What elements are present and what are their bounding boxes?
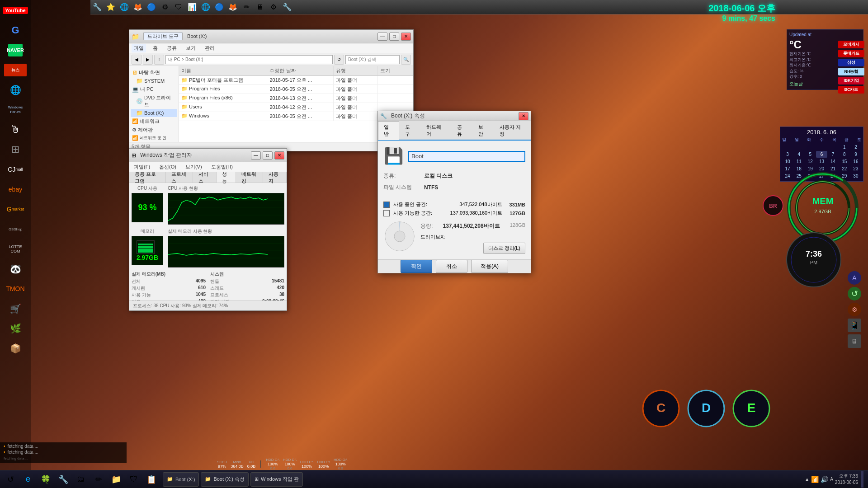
refresh-button[interactable]: ↺ bbox=[334, 55, 344, 65]
sidebar-desktop[interactable]: 🖥바탕 화면 bbox=[131, 68, 177, 77]
up-button[interactable]: ↑ bbox=[154, 55, 164, 65]
brand-nh[interactable]: NH농협 bbox=[838, 68, 864, 75]
toolbar-icon-7[interactable]: 🛡 bbox=[172, 1, 185, 14]
sidebar-system[interactable]: 📁SYSTEM bbox=[131, 77, 177, 85]
bp-apply-button[interactable]: 적용(A) bbox=[471, 260, 508, 273]
bp-tab-customize[interactable]: 사용자 지정 bbox=[494, 121, 531, 140]
sidebar-icon-10[interactable]: ebay bbox=[1, 180, 29, 199]
right-icon-1[interactable]: A bbox=[848, 271, 861, 285]
toolbar-icon-5[interactable]: 🔵 bbox=[145, 1, 158, 14]
toolbar-icon-9[interactable]: 🌐 bbox=[199, 1, 212, 14]
toolbar-icon-10[interactable]: 🔵 bbox=[213, 1, 226, 14]
toolbar-icon-15[interactable]: 🔧 bbox=[281, 1, 293, 14]
drive-tool-tab[interactable]: 드라이브 도구 bbox=[143, 32, 183, 40]
sidebar-icon-google[interactable]: G bbox=[1, 21, 29, 40]
toolbar-icon-2[interactable]: ⭐ bbox=[104, 1, 117, 14]
sidebar-icon-7[interactable]: 🖱 bbox=[1, 120, 29, 139]
sidebar-icon-18[interactable]: 📦 bbox=[1, 339, 29, 358]
menu-file[interactable]: 파일 bbox=[132, 44, 146, 52]
taskbar-ie[interactable]: e bbox=[20, 471, 36, 488]
tab-networking[interactable]: 네트워킹 bbox=[236, 172, 264, 183]
tm-menu-view[interactable]: 보기(V) bbox=[183, 163, 204, 171]
right-icon-3[interactable]: ⚙ bbox=[848, 303, 861, 316]
toolbar-icon-4[interactable]: 🦊 bbox=[132, 1, 144, 14]
bp-tab-share[interactable]: 공유 bbox=[451, 121, 472, 140]
toolbar-icon-13[interactable]: 🖥 bbox=[254, 1, 266, 14]
sidebar-icon-9[interactable]: CJmall bbox=[1, 160, 29, 179]
sidebar-network[interactable]: 📶네트워크 bbox=[131, 117, 177, 126]
brand-mobicash[interactable]: 모비캐시 bbox=[838, 41, 864, 48]
bp-ok-button[interactable]: 확인 bbox=[401, 260, 432, 273]
taskbar-app-boot-props[interactable]: 📁 Boot (X:) 속성 bbox=[201, 472, 248, 487]
taskbar-clover[interactable]: 🍀 bbox=[38, 471, 54, 488]
sidebar-boot[interactable]: 📁Boot (X:) bbox=[131, 109, 177, 117]
menu-share[interactable]: 공유 bbox=[165, 44, 179, 52]
bp-close-button[interactable]: ✕ bbox=[519, 112, 528, 120]
tray-sound[interactable]: 🔊 bbox=[821, 476, 828, 483]
bp-tab-tools[interactable]: 도구 bbox=[399, 121, 420, 140]
sidebar-dvd[interactable]: 💿DVD 드라이브 bbox=[131, 94, 177, 109]
taskbar-shield[interactable]: 🛡 bbox=[126, 471, 142, 488]
toolbar-icon-1[interactable]: 🔧 bbox=[91, 1, 104, 14]
sidebar-icon-news[interactable]: 뉴스 bbox=[1, 61, 29, 80]
sidebar-icon-13[interactable]: LOTTECOM bbox=[1, 239, 29, 258]
brand-ibk[interactable]: IBK기업 bbox=[838, 77, 864, 84]
brand-bccard[interactable]: BC카드 bbox=[838, 86, 864, 94]
sidebar-icon-15[interactable]: TMON bbox=[1, 279, 29, 298]
search-bar[interactable]: Boot (X:) 검색 bbox=[345, 55, 400, 64]
toolbar-icon-12[interactable]: ✏ bbox=[240, 1, 253, 14]
search-button[interactable]: 🔍 bbox=[401, 55, 411, 65]
tm-menu-file[interactable]: 파일(F) bbox=[132, 163, 152, 171]
tray-datetime[interactable]: 오후 7:36 2018-06-06 bbox=[835, 473, 858, 486]
taskbar-folder[interactable]: 📁 bbox=[108, 471, 124, 488]
table-row[interactable]: 📁 Program Files (x86) 2018-04-13 오전 ... … bbox=[179, 94, 413, 103]
sidebar-icon-11[interactable]: Gmarket bbox=[1, 200, 29, 219]
toolbar-icon-6[interactable]: ⚙ bbox=[159, 1, 171, 14]
sidebar-icon-5[interactable]: 🌐 bbox=[1, 80, 29, 99]
tab-apps[interactable]: 응용 프로그램 bbox=[129, 172, 166, 183]
forward-button[interactable]: ▶ bbox=[143, 55, 153, 65]
sidebar-icon-windows-forum[interactable]: Windows Forum bbox=[1, 100, 29, 119]
taskbar-recycle[interactable]: ↺ bbox=[2, 471, 19, 488]
taskbar-app-boot[interactable]: 📁 Boot (X:) bbox=[163, 472, 199, 487]
maximize-button[interactable]: □ bbox=[389, 33, 399, 41]
sidebar-icon-naver[interactable]: NAVER bbox=[1, 41, 29, 60]
right-icon-2[interactable]: ↺ bbox=[848, 287, 861, 300]
tab-performance[interactable]: 성능 bbox=[217, 172, 236, 183]
menu-home[interactable]: 홈 bbox=[151, 44, 160, 52]
tray-show-desktop[interactable] bbox=[861, 471, 863, 488]
tm-menu-help[interactable]: 도움말(H) bbox=[209, 163, 235, 171]
address-bar[interactable]: 내 PC > Boot (X:) bbox=[165, 55, 333, 64]
bp-cancel-button[interactable]: 취소 bbox=[436, 260, 467, 273]
bp-tab-security[interactable]: 보안 bbox=[472, 121, 494, 140]
tm-menu-options[interactable]: 옵션(O) bbox=[157, 163, 179, 171]
sidebar-icon-12[interactable]: GSShop bbox=[1, 220, 29, 239]
sidebar-icon-youtube[interactable]: YouTube bbox=[1, 1, 29, 20]
tab-services[interactable]: 서비스 bbox=[193, 172, 217, 183]
tm-maximize-button[interactable]: □ bbox=[263, 151, 273, 160]
taskbar-icon-5[interactable]: 🗂 bbox=[73, 471, 89, 488]
close-button[interactable]: ✕ bbox=[401, 33, 411, 41]
tray-arrow[interactable]: ▲ bbox=[805, 477, 809, 482]
taskbar-icon-9[interactable]: 📋 bbox=[143, 471, 160, 488]
right-icon-phone[interactable]: 📱 bbox=[848, 319, 861, 332]
tray-network[interactable]: 📶 bbox=[811, 476, 819, 483]
toolbar-icon-8[interactable]: 📊 bbox=[186, 1, 198, 14]
sidebar-netenv[interactable]: 📶네트워크 및 인... bbox=[131, 134, 177, 142]
toolbar-icon-3[interactable]: 🌐 bbox=[118, 1, 131, 14]
sidebar-icon-8[interactable]: ⊞ bbox=[1, 140, 29, 159]
right-icon-4[interactable]: 🖥 bbox=[848, 334, 861, 348]
sidebar-controlpanel[interactable]: ⚙제어판 bbox=[131, 126, 177, 134]
bp-tab-general[interactable]: 일반 bbox=[378, 121, 399, 140]
sidebar-icon-14[interactable]: 🐼 bbox=[1, 259, 29, 278]
disk-cleanup-button[interactable]: 디스크 정리(L) bbox=[483, 243, 526, 254]
tab-users[interactable]: 사용자 bbox=[263, 172, 287, 183]
table-row[interactable]: 📁 Program Files 2018-06-05 오전 ... 파일 폴더 bbox=[179, 85, 413, 94]
bp-tab-hardware[interactable]: 하드웨어 bbox=[420, 121, 451, 140]
sidebar-icon-17[interactable]: 🌿 bbox=[1, 319, 29, 338]
tm-minimize-button[interactable]: — bbox=[251, 151, 261, 160]
toolbar-icon-14[interactable]: ⚙ bbox=[267, 1, 280, 14]
brand-lottecard[interactable]: 롯데카드 bbox=[838, 50, 864, 57]
menu-manage[interactable]: 관리 bbox=[203, 44, 217, 52]
tab-processes[interactable]: 프로세스 bbox=[166, 172, 193, 183]
